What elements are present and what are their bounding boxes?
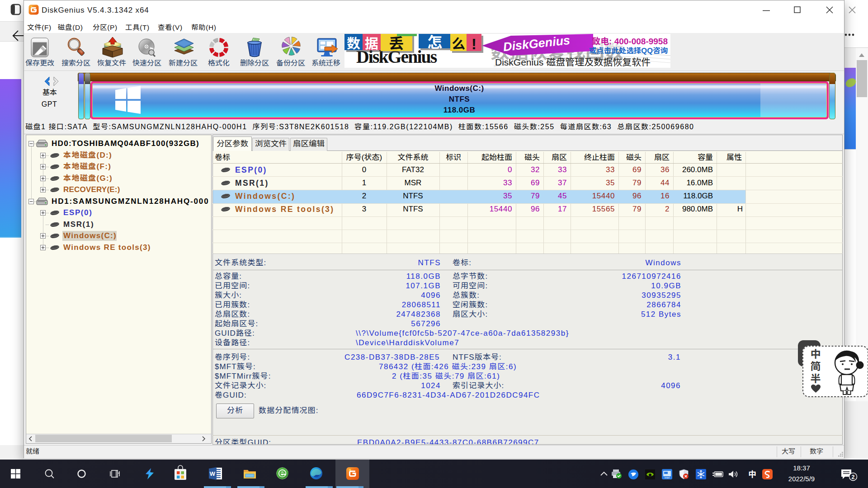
svg-text:W: W <box>210 470 216 477</box>
svg-text:intel: intel <box>665 476 670 479</box>
svg-text:2: 2 <box>852 474 855 480</box>
